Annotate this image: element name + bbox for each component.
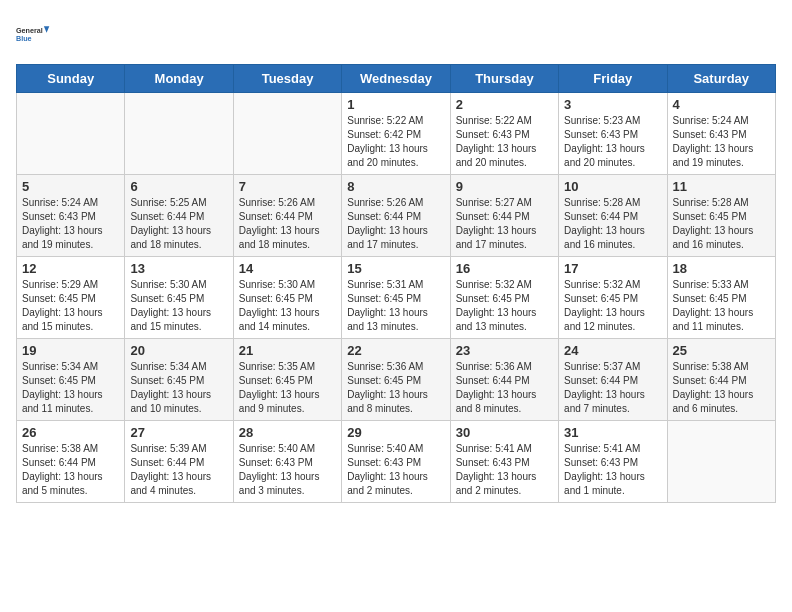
day-number: 23 [456, 343, 553, 358]
calendar-cell: 6Sunrise: 5:25 AM Sunset: 6:44 PM Daylig… [125, 175, 233, 257]
svg-text:Blue: Blue [16, 34, 32, 43]
calendar-cell: 27Sunrise: 5:39 AM Sunset: 6:44 PM Dayli… [125, 421, 233, 503]
calendar-cell: 7Sunrise: 5:26 AM Sunset: 6:44 PM Daylig… [233, 175, 341, 257]
weekday-header-wednesday: Wednesday [342, 65, 450, 93]
calendar-cell: 21Sunrise: 5:35 AM Sunset: 6:45 PM Dayli… [233, 339, 341, 421]
calendar-header: SundayMondayTuesdayWednesdayThursdayFrid… [17, 65, 776, 93]
day-number: 22 [347, 343, 444, 358]
day-info: Sunrise: 5:22 AM Sunset: 6:43 PM Dayligh… [456, 114, 553, 170]
weekday-header-row: SundayMondayTuesdayWednesdayThursdayFrid… [17, 65, 776, 93]
day-number: 19 [22, 343, 119, 358]
day-info: Sunrise: 5:23 AM Sunset: 6:43 PM Dayligh… [564, 114, 661, 170]
day-number: 27 [130, 425, 227, 440]
day-info: Sunrise: 5:22 AM Sunset: 6:42 PM Dayligh… [347, 114, 444, 170]
weekday-header-monday: Monday [125, 65, 233, 93]
calendar-cell [125, 93, 233, 175]
day-info: Sunrise: 5:26 AM Sunset: 6:44 PM Dayligh… [239, 196, 336, 252]
day-info: Sunrise: 5:28 AM Sunset: 6:45 PM Dayligh… [673, 196, 770, 252]
day-number: 28 [239, 425, 336, 440]
day-number: 18 [673, 261, 770, 276]
svg-text:General: General [16, 26, 43, 35]
day-info: Sunrise: 5:35 AM Sunset: 6:45 PM Dayligh… [239, 360, 336, 416]
calendar-cell: 30Sunrise: 5:41 AM Sunset: 6:43 PM Dayli… [450, 421, 558, 503]
day-info: Sunrise: 5:41 AM Sunset: 6:43 PM Dayligh… [564, 442, 661, 498]
day-number: 15 [347, 261, 444, 276]
day-number: 3 [564, 97, 661, 112]
day-number: 25 [673, 343, 770, 358]
calendar-week-1: 1Sunrise: 5:22 AM Sunset: 6:42 PM Daylig… [17, 93, 776, 175]
logo-icon: GeneralBlue [16, 16, 52, 52]
day-number: 14 [239, 261, 336, 276]
calendar-cell: 5Sunrise: 5:24 AM Sunset: 6:43 PM Daylig… [17, 175, 125, 257]
day-info: Sunrise: 5:33 AM Sunset: 6:45 PM Dayligh… [673, 278, 770, 334]
day-number: 12 [22, 261, 119, 276]
calendar-cell: 11Sunrise: 5:28 AM Sunset: 6:45 PM Dayli… [667, 175, 775, 257]
weekday-header-tuesday: Tuesday [233, 65, 341, 93]
day-number: 31 [564, 425, 661, 440]
calendar-cell: 4Sunrise: 5:24 AM Sunset: 6:43 PM Daylig… [667, 93, 775, 175]
calendar-cell: 26Sunrise: 5:38 AM Sunset: 6:44 PM Dayli… [17, 421, 125, 503]
calendar-cell: 8Sunrise: 5:26 AM Sunset: 6:44 PM Daylig… [342, 175, 450, 257]
calendar-cell [667, 421, 775, 503]
day-info: Sunrise: 5:37 AM Sunset: 6:44 PM Dayligh… [564, 360, 661, 416]
weekday-header-saturday: Saturday [667, 65, 775, 93]
day-number: 11 [673, 179, 770, 194]
page-header: GeneralBlue [16, 16, 776, 52]
day-number: 16 [456, 261, 553, 276]
day-number: 1 [347, 97, 444, 112]
day-info: Sunrise: 5:39 AM Sunset: 6:44 PM Dayligh… [130, 442, 227, 498]
calendar-table: SundayMondayTuesdayWednesdayThursdayFrid… [16, 64, 776, 503]
day-info: Sunrise: 5:27 AM Sunset: 6:44 PM Dayligh… [456, 196, 553, 252]
day-info: Sunrise: 5:36 AM Sunset: 6:45 PM Dayligh… [347, 360, 444, 416]
day-number: 4 [673, 97, 770, 112]
day-number: 13 [130, 261, 227, 276]
day-info: Sunrise: 5:26 AM Sunset: 6:44 PM Dayligh… [347, 196, 444, 252]
day-info: Sunrise: 5:38 AM Sunset: 6:44 PM Dayligh… [22, 442, 119, 498]
calendar-week-5: 26Sunrise: 5:38 AM Sunset: 6:44 PM Dayli… [17, 421, 776, 503]
calendar-cell: 23Sunrise: 5:36 AM Sunset: 6:44 PM Dayli… [450, 339, 558, 421]
calendar-cell [233, 93, 341, 175]
day-info: Sunrise: 5:34 AM Sunset: 6:45 PM Dayligh… [22, 360, 119, 416]
weekday-header-friday: Friday [559, 65, 667, 93]
calendar-cell: 20Sunrise: 5:34 AM Sunset: 6:45 PM Dayli… [125, 339, 233, 421]
calendar-cell: 24Sunrise: 5:37 AM Sunset: 6:44 PM Dayli… [559, 339, 667, 421]
day-number: 7 [239, 179, 336, 194]
calendar-cell: 25Sunrise: 5:38 AM Sunset: 6:44 PM Dayli… [667, 339, 775, 421]
day-number: 2 [456, 97, 553, 112]
calendar-body: 1Sunrise: 5:22 AM Sunset: 6:42 PM Daylig… [17, 93, 776, 503]
calendar-cell: 22Sunrise: 5:36 AM Sunset: 6:45 PM Dayli… [342, 339, 450, 421]
day-info: Sunrise: 5:32 AM Sunset: 6:45 PM Dayligh… [456, 278, 553, 334]
day-info: Sunrise: 5:30 AM Sunset: 6:45 PM Dayligh… [130, 278, 227, 334]
calendar-cell: 15Sunrise: 5:31 AM Sunset: 6:45 PM Dayli… [342, 257, 450, 339]
day-info: Sunrise: 5:36 AM Sunset: 6:44 PM Dayligh… [456, 360, 553, 416]
day-info: Sunrise: 5:30 AM Sunset: 6:45 PM Dayligh… [239, 278, 336, 334]
day-info: Sunrise: 5:40 AM Sunset: 6:43 PM Dayligh… [239, 442, 336, 498]
day-info: Sunrise: 5:32 AM Sunset: 6:45 PM Dayligh… [564, 278, 661, 334]
calendar-cell: 29Sunrise: 5:40 AM Sunset: 6:43 PM Dayli… [342, 421, 450, 503]
day-number: 26 [22, 425, 119, 440]
calendar-cell: 18Sunrise: 5:33 AM Sunset: 6:45 PM Dayli… [667, 257, 775, 339]
calendar-cell: 17Sunrise: 5:32 AM Sunset: 6:45 PM Dayli… [559, 257, 667, 339]
day-number: 17 [564, 261, 661, 276]
calendar-cell: 2Sunrise: 5:22 AM Sunset: 6:43 PM Daylig… [450, 93, 558, 175]
calendar-cell: 1Sunrise: 5:22 AM Sunset: 6:42 PM Daylig… [342, 93, 450, 175]
day-number: 24 [564, 343, 661, 358]
day-number: 9 [456, 179, 553, 194]
day-info: Sunrise: 5:29 AM Sunset: 6:45 PM Dayligh… [22, 278, 119, 334]
day-info: Sunrise: 5:41 AM Sunset: 6:43 PM Dayligh… [456, 442, 553, 498]
day-info: Sunrise: 5:28 AM Sunset: 6:44 PM Dayligh… [564, 196, 661, 252]
calendar-cell [17, 93, 125, 175]
day-info: Sunrise: 5:34 AM Sunset: 6:45 PM Dayligh… [130, 360, 227, 416]
calendar-cell: 3Sunrise: 5:23 AM Sunset: 6:43 PM Daylig… [559, 93, 667, 175]
day-info: Sunrise: 5:25 AM Sunset: 6:44 PM Dayligh… [130, 196, 227, 252]
calendar-cell: 19Sunrise: 5:34 AM Sunset: 6:45 PM Dayli… [17, 339, 125, 421]
calendar-week-3: 12Sunrise: 5:29 AM Sunset: 6:45 PM Dayli… [17, 257, 776, 339]
svg-marker-2 [44, 26, 49, 32]
calendar-cell: 31Sunrise: 5:41 AM Sunset: 6:43 PM Dayli… [559, 421, 667, 503]
day-number: 30 [456, 425, 553, 440]
calendar-cell: 10Sunrise: 5:28 AM Sunset: 6:44 PM Dayli… [559, 175, 667, 257]
day-info: Sunrise: 5:40 AM Sunset: 6:43 PM Dayligh… [347, 442, 444, 498]
calendar-cell: 12Sunrise: 5:29 AM Sunset: 6:45 PM Dayli… [17, 257, 125, 339]
day-info: Sunrise: 5:24 AM Sunset: 6:43 PM Dayligh… [673, 114, 770, 170]
day-info: Sunrise: 5:24 AM Sunset: 6:43 PM Dayligh… [22, 196, 119, 252]
